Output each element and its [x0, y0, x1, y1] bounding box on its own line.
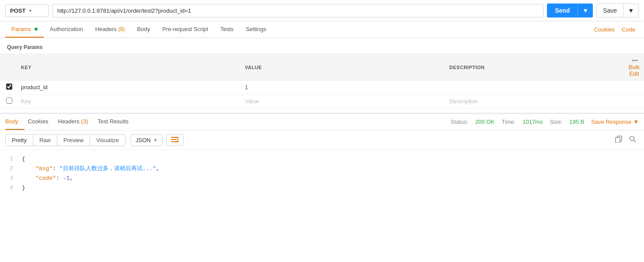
response-tab-body-label: Body — [5, 118, 18, 125]
more-button[interactable]: ••• — [632, 57, 638, 64]
response-tab-headers[interactable]: Headers (3) — [58, 114, 94, 130]
save-response-chevron-icon: ▼ — [633, 119, 639, 125]
size-value: 195 B — [569, 119, 584, 125]
response-tabs-bar: Body Cookies Headers (3) Test Results St… — [0, 114, 644, 130]
size-label: Size: — [550, 119, 562, 125]
line-num-4: 4 — [4, 183, 13, 193]
placeholder-value-cell[interactable]: Value — [240, 94, 445, 108]
bulk-edit-button[interactable]: Bulk Edit — [629, 64, 640, 77]
code-line-1: 1 { — [0, 154, 644, 164]
json-value-msg: "目前排队人数过多，请稍后再试..." — [59, 165, 156, 172]
tab-body[interactable]: Body — [131, 21, 157, 38]
send-label: Send — [547, 3, 578, 17]
format-select[interactable]: JSON ▼ — [131, 134, 163, 146]
status-value: 200 OK — [475, 119, 494, 125]
code-line-4: 4 } — [0, 183, 644, 193]
response-tab-testresults-label: Test Results — [97, 118, 129, 125]
code-line-2: 2 "msg": "目前排队人数过多，请稍后再试...", — [0, 164, 644, 174]
wrap-button[interactable] — [166, 134, 184, 146]
col-key-header: KEY — [17, 54, 240, 80]
tab-settings[interactable]: Settings — [240, 21, 272, 38]
line-content-1: { — [22, 154, 640, 164]
row-checkbox-cell[interactable] — [0, 80, 17, 94]
headers-badge: (8) — [118, 26, 125, 32]
tab-tests[interactable]: Tests — [214, 21, 240, 38]
top-bar: POST ▼ Send ▼ Save ▼ — [0, 0, 644, 21]
send-button[interactable]: Send ▼ — [547, 3, 593, 17]
col-actions-header: ••• Bulk Edit — [624, 54, 644, 80]
line-num-2: 2 — [4, 164, 13, 174]
tab-params[interactable]: Params — [5, 21, 44, 38]
params-table: KEY VALUE DESCRIPTION ••• Bulk Edit prod… — [0, 54, 644, 108]
svg-rect-1 — [171, 139, 177, 140]
query-params-section: Query Params KEY VALUE DESCRIPTION ••• B… — [0, 38, 644, 113]
response-tab-cookies-label: Cookies — [28, 118, 49, 125]
placeholder-checkbox-cell[interactable] — [0, 94, 17, 108]
response-tab-body[interactable]: Body — [5, 114, 24, 130]
table-row: product_id 1 — [0, 80, 644, 94]
tab-body-label: Body — [137, 26, 150, 32]
search-icon — [629, 136, 636, 143]
row-value-cell[interactable]: 1 — [240, 80, 445, 94]
table-row-placeholder: Key Value Description — [0, 94, 644, 108]
save-response-button[interactable]: Save Response ▼ — [591, 119, 639, 125]
svg-rect-2 — [171, 141, 179, 142]
json-value-code: -1 — [63, 175, 70, 182]
time-value: 1017ms — [522, 119, 543, 125]
view-tab-raw[interactable]: Raw — [33, 135, 57, 146]
body-viewer-toolbar: Pretty Raw Preview Visualize JSON ▼ — [0, 130, 644, 150]
send-dropdown-icon[interactable]: ▼ — [578, 3, 593, 17]
save-button[interactable]: Save ▼ — [596, 3, 639, 17]
svg-rect-0 — [171, 137, 179, 138]
tab-authorization-label: Authorization — [50, 26, 83, 32]
code-line-3: 3 "code": -1, — [0, 174, 644, 183]
response-tab-cookies[interactable]: Cookies — [28, 114, 55, 130]
view-tabs: Pretty Raw Preview Visualize — [5, 134, 125, 146]
row-key-cell[interactable]: product_id — [17, 80, 240, 94]
view-tab-preview[interactable]: Preview — [57, 135, 90, 146]
svg-line-6 — [634, 140, 636, 143]
col-check-header — [0, 54, 17, 80]
tab-headers-label: Headers — [95, 26, 117, 32]
tab-settings-label: Settings — [246, 26, 266, 32]
copy-icon — [615, 136, 622, 143]
line-content-3: "code": -1, — [22, 174, 640, 183]
status-label: Status: — [451, 119, 468, 125]
copy-button[interactable] — [613, 134, 625, 146]
url-input[interactable] — [52, 4, 543, 17]
col-value-header: VALUE — [240, 54, 445, 80]
method-select[interactable]: POST ▼ — [5, 4, 49, 17]
tab-prerequest-label: Pre-request Script — [162, 26, 208, 32]
method-label: POST — [10, 7, 25, 14]
cookies-link[interactable]: Cookies — [591, 22, 618, 37]
line-num-1: 1 — [4, 154, 13, 164]
wrap-icon — [171, 137, 179, 143]
response-tab-testresults[interactable]: Test Results — [97, 114, 135, 130]
line-num-3: 3 — [4, 174, 13, 183]
format-label: JSON — [136, 137, 151, 143]
save-dropdown-icon[interactable]: ▼ — [623, 4, 638, 17]
time-label: Time: — [501, 119, 515, 125]
request-tabs: Params Authorization Headers (8) Body Pr… — [0, 21, 644, 38]
format-chevron-icon: ▼ — [153, 138, 158, 143]
row-checkbox[interactable] — [6, 84, 12, 90]
tab-authorization[interactable]: Authorization — [44, 21, 89, 38]
view-tab-visualize[interactable]: Visualize — [90, 135, 125, 146]
view-tab-pretty[interactable]: Pretty — [6, 135, 33, 146]
placeholder-key-cell[interactable]: Key — [17, 94, 240, 108]
tab-headers[interactable]: Headers (8) — [89, 21, 131, 38]
json-key-msg: "msg" — [35, 165, 52, 172]
response-status-bar: Status: 200 OK Time: 1017ms Size: 195 B … — [451, 119, 639, 125]
response-section: Body Cookies Headers (3) Test Results St… — [0, 113, 644, 197]
placeholder-desc-cell[interactable]: Description — [445, 94, 624, 108]
code-link[interactable]: Code — [618, 22, 639, 37]
search-button[interactable] — [627, 134, 639, 146]
code-area: 1 { 2 "msg": "目前排队人数过多，请稍后再试...", 3 "cod… — [0, 150, 644, 197]
line-content-2: "msg": "目前排队人数过多，请稍后再试...", — [22, 164, 640, 174]
response-tab-headers-label: Headers (3) — [58, 118, 88, 125]
row-actions-cell — [624, 80, 644, 94]
placeholder-checkbox[interactable] — [6, 98, 12, 104]
section-title: Query Params — [0, 42, 644, 54]
tab-prerequest[interactable]: Pre-request Script — [156, 21, 214, 38]
row-desc-cell[interactable] — [445, 80, 624, 94]
